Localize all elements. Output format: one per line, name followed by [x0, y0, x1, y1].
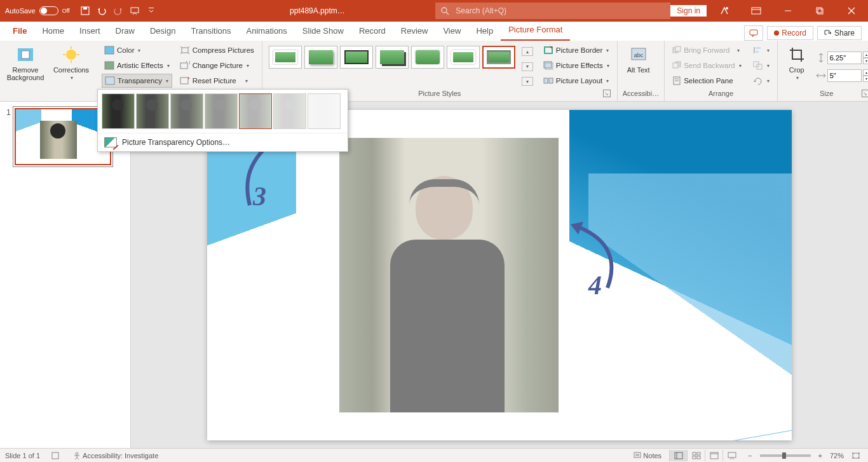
height-spinner[interactable]: ▴▾ — [863, 51, 868, 64]
slide-edit-area[interactable]: 3 4 — [131, 102, 868, 448]
svg-rect-3 — [149, 8, 154, 8]
styles-gallery-scroll[interactable]: ▴▾▾ — [522, 43, 533, 90]
picture-style-1[interactable] — [269, 46, 302, 69]
tab-home[interactable]: Home — [34, 22, 72, 41]
svg-point-50 — [76, 452, 78, 455]
status-language-icon[interactable] — [49, 452, 62, 459]
width-field[interactable]: ▴▾ — [816, 69, 868, 82]
view-normal-icon[interactable] — [669, 450, 687, 461]
search-icon — [440, 6, 449, 15]
change-picture-button[interactable]: Change Picture▾ — [177, 58, 257, 72]
corrections-button[interactable]: Corrections▾ — [51, 43, 92, 97]
compress-pictures-button[interactable]: Compress Pictures — [177, 43, 257, 57]
close-icon[interactable] — [837, 2, 865, 20]
status-accessibility[interactable]: Accessibility: Investigate — [71, 452, 161, 459]
width-spinner[interactable]: ▴▾ — [863, 69, 868, 82]
tab-animations[interactable]: Animations — [239, 22, 295, 41]
transparency-preset-0[interactable] — [102, 93, 135, 129]
minimize-icon[interactable] — [774, 2, 802, 20]
height-input[interactable] — [827, 51, 862, 64]
height-field[interactable]: ▴▾ — [816, 51, 868, 64]
svg-rect-26 — [180, 63, 187, 69]
view-slideshow-icon[interactable] — [722, 450, 740, 461]
picture-style-4[interactable] — [376, 46, 409, 69]
picture-style-5[interactable] — [411, 46, 444, 69]
artistic-icon — [104, 61, 114, 70]
transparency-preset-50[interactable] — [205, 93, 238, 129]
zoom-in-button[interactable]: + — [816, 452, 825, 459]
present-icon[interactable] — [128, 4, 141, 17]
save-icon[interactable] — [79, 4, 92, 17]
width-input[interactable] — [827, 69, 862, 82]
signin-button[interactable]: Sign in — [670, 5, 707, 17]
remove-background-button[interactable]: Remove Background — [5, 43, 46, 97]
transparency-button[interactable]: Transparency▾ — [102, 74, 172, 88]
redo-icon[interactable] — [112, 4, 125, 17]
reset-picture-button[interactable]: Reset Picture▾ — [177, 74, 257, 88]
autosave-switch-off[interactable] — [39, 6, 58, 15]
slide-thumbnail-1[interactable] — [15, 108, 111, 165]
notes-button[interactable]: Notes — [631, 452, 664, 459]
picture-style-7[interactable] — [482, 46, 515, 69]
transparency-preset-95[interactable] — [308, 93, 341, 129]
share-button[interactable]: Share — [817, 26, 862, 40]
zoom-level[interactable]: 72% — [830, 452, 844, 459]
size-dialog-launcher[interactable]: ↘ — [862, 90, 868, 97]
coming-soon-icon[interactable] — [710, 2, 738, 20]
tab-design[interactable]: Design — [142, 22, 183, 41]
alt-text-button[interactable]: abc Alt Text — [623, 43, 654, 90]
align-button[interactable]: ▾ — [750, 43, 772, 57]
status-slide: Slide 1 of 1 — [5, 452, 40, 459]
tab-help[interactable]: Help — [468, 22, 501, 41]
tab-draw[interactable]: Draw — [108, 22, 142, 41]
zoom-slider[interactable] — [760, 454, 811, 457]
tab-file[interactable]: File — [5, 22, 34, 41]
view-reading-icon[interactable] — [705, 450, 722, 461]
selection-pane-button[interactable]: Selection Pane — [670, 74, 744, 88]
tab-record[interactable]: Record — [351, 22, 393, 41]
artistic-effects-button[interactable]: Artistic Effects▾ — [102, 58, 172, 72]
comments-button[interactable] — [744, 25, 763, 41]
inserted-picture[interactable] — [339, 138, 559, 412]
zoom-out-button[interactable]: − — [745, 452, 754, 459]
picture-style-2[interactable] — [304, 46, 337, 69]
ribbon-display-icon[interactable] — [742, 2, 770, 20]
align-icon — [753, 46, 763, 55]
tab-slideshow[interactable]: Slide Show — [295, 22, 351, 41]
slide-canvas[interactable]: 3 4 — [207, 110, 792, 440]
svg-rect-16 — [22, 51, 29, 58]
ribbon-tabs: File Home Insert Draw Design Transitions… — [0, 22, 868, 41]
tab-insert[interactable]: Insert — [72, 22, 108, 41]
width-icon — [816, 71, 826, 81]
slide-thumbnail-pane[interactable]: 1 — [0, 102, 131, 448]
tab-picture-format[interactable]: Picture Format — [501, 21, 570, 41]
transparency-preset-80[interactable] — [273, 93, 306, 129]
picture-style-6[interactable] — [447, 46, 480, 69]
tab-transitions[interactable]: Transitions — [183, 22, 238, 41]
transparency-preset-65[interactable] — [239, 93, 272, 129]
undo-icon[interactable] — [95, 4, 108, 17]
search-box[interactable]: Search (Alt+Q) — [435, 3, 670, 19]
send-backward-icon — [672, 61, 681, 70]
view-sorter-icon[interactable] — [687, 450, 705, 461]
color-button[interactable]: Color▾ — [102, 43, 172, 57]
maximize-icon[interactable] — [806, 2, 834, 20]
record-button[interactable]: Record — [767, 26, 813, 40]
rotate-button[interactable]: ▾ — [750, 74, 772, 88]
tab-review[interactable]: Review — [393, 22, 436, 41]
transparency-preset-15[interactable] — [136, 93, 169, 129]
crop-button[interactable]: Crop▾ — [783, 43, 811, 90]
picture-layout-button[interactable]: Picture Layout▾ — [541, 74, 612, 88]
picture-border-button[interactable]: Picture Border▾ — [541, 43, 612, 57]
svg-rect-31 — [544, 78, 548, 83]
picture-effects-button[interactable]: Picture Effects▾ — [541, 58, 612, 72]
qat-more-icon[interactable] — [145, 4, 158, 17]
fit-to-window-icon[interactable] — [849, 452, 863, 459]
styles-dialog-launcher[interactable]: ↘ — [603, 90, 611, 97]
transparency-preset-30[interactable] — [170, 93, 203, 129]
transparency-options-item[interactable]: Picture Transparency Options… — [98, 133, 348, 151]
svg-rect-32 — [549, 78, 553, 83]
tab-view[interactable]: View — [435, 22, 468, 41]
autosave-toggle[interactable]: AutoSave Off — [0, 6, 75, 15]
picture-style-3[interactable] — [340, 46, 373, 69]
